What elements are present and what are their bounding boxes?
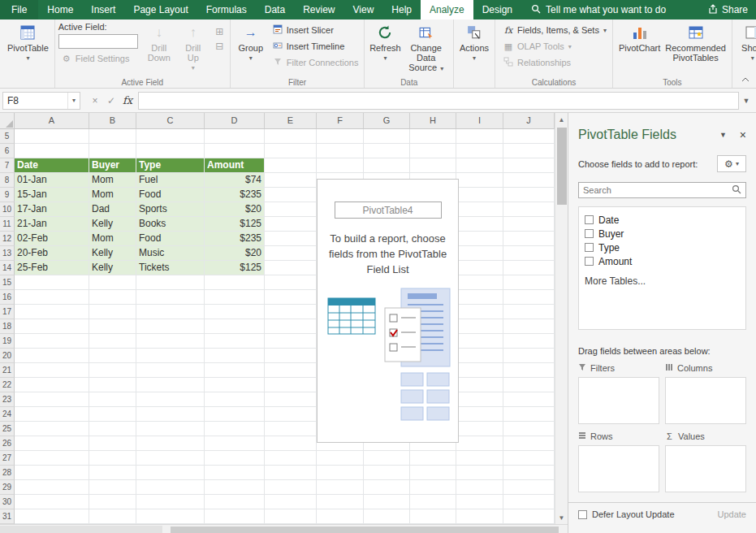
cell-B31[interactable] [89, 509, 136, 524]
cell-C30[interactable] [136, 495, 205, 509]
scroll-up-icon[interactable]: ▲ [555, 113, 568, 126]
cell-C15[interactable] [136, 275, 205, 290]
cell-B28[interactable] [89, 466, 136, 480]
row-header-19[interactable]: 19 [0, 334, 15, 349]
show-button[interactable]: Show ▾ [736, 22, 756, 63]
values-area[interactable] [665, 445, 746, 492]
cell-A23[interactable] [15, 392, 89, 407]
cell-D31[interactable] [205, 509, 265, 524]
cell-D27[interactable] [205, 451, 265, 466]
field-item-date[interactable]: Date [585, 213, 740, 227]
tab-design[interactable]: Design [473, 0, 521, 20]
cell-A7[interactable]: Date [15, 158, 89, 173]
cell-A29[interactable] [15, 480, 89, 495]
cell-B25[interactable] [89, 422, 136, 436]
cell-A20[interactable] [15, 349, 89, 363]
field-checkbox[interactable] [585, 257, 594, 266]
cell-E20[interactable] [265, 349, 317, 363]
pivottable-placeholder[interactable]: PivotTable4 To build a report, choose fi… [317, 179, 459, 443]
row-header-31[interactable]: 31 [0, 509, 15, 524]
cell-E12[interactable] [265, 232, 317, 246]
drill-up-button[interactable]: ↑ Drill Up ▾ [176, 22, 210, 73]
cell-G29[interactable] [364, 480, 410, 495]
sheet-tabs-area[interactable] [0, 526, 162, 533]
cell-H29[interactable] [410, 480, 456, 495]
cell-I29[interactable] [456, 480, 503, 495]
row-header-10[interactable]: 10 [0, 202, 15, 217]
cell-H28[interactable] [410, 466, 456, 480]
cell-E23[interactable] [265, 392, 317, 407]
cell-I5[interactable] [456, 129, 503, 144]
tab-home[interactable]: Home [38, 0, 82, 20]
cell-E8[interactable] [265, 173, 317, 188]
cell-B14[interactable]: Kelly [89, 261, 136, 275]
row-header-16[interactable]: 16 [0, 290, 15, 305]
cell-B30[interactable] [89, 495, 136, 509]
collapse-field-button[interactable]: ⊟ [213, 40, 227, 52]
cell-A17[interactable] [15, 305, 89, 319]
cell-C5[interactable] [136, 129, 205, 144]
vertical-scrollbar[interactable]: ▲ ▼ [555, 113, 568, 524]
cell-E31[interactable] [265, 509, 317, 524]
cell-I21[interactable] [456, 363, 503, 378]
column-header-G[interactable]: G [364, 113, 410, 129]
share-button[interactable]: Share [708, 0, 748, 20]
cell-H30[interactable] [410, 495, 456, 509]
fields-items-sets-button[interactable]: fx Fields, Items, & Sets ▾ [500, 23, 609, 37]
cell-J5[interactable] [503, 129, 555, 144]
row-header-14[interactable]: 14 [0, 261, 15, 275]
cell-A26[interactable] [15, 436, 89, 451]
olap-tools-button[interactable]: ▦ OLAP Tools ▾ [500, 39, 609, 54]
search-box[interactable] [578, 182, 746, 198]
cell-E25[interactable] [265, 422, 317, 436]
cell-C27[interactable] [136, 451, 205, 466]
cell-C25[interactable] [136, 422, 205, 436]
row-header-5[interactable]: 5 [0, 129, 15, 144]
cell-I16[interactable] [456, 290, 503, 305]
cell-I31[interactable] [456, 509, 503, 524]
row-header-17[interactable]: 17 [0, 305, 15, 319]
cell-I28[interactable] [456, 466, 503, 480]
row-header-18[interactable]: 18 [0, 319, 15, 334]
cell-B27[interactable] [89, 451, 136, 466]
cell-D23[interactable] [205, 392, 265, 407]
cell-E18[interactable] [265, 319, 317, 334]
column-header-B[interactable]: B [89, 113, 136, 129]
defer-layout-checkbox[interactable] [578, 510, 587, 519]
formula-input[interactable] [138, 92, 739, 110]
cell-J22[interactable] [503, 378, 555, 392]
cell-B22[interactable] [89, 378, 136, 392]
cell-B13[interactable]: Kelly [89, 246, 136, 261]
cell-D12[interactable]: $235 [205, 232, 265, 246]
cell-C21[interactable] [136, 363, 205, 378]
field-item-type[interactable]: Type [585, 240, 740, 254]
cell-D5[interactable] [205, 129, 265, 144]
cell-B20[interactable] [89, 349, 136, 363]
cell-D22[interactable] [205, 378, 265, 392]
column-header-A[interactable]: A [15, 113, 89, 129]
column-header-D[interactable]: D [205, 113, 265, 129]
cell-E28[interactable] [265, 466, 317, 480]
column-header-F[interactable]: F [317, 113, 364, 129]
search-input[interactable] [583, 185, 732, 195]
cell-A31[interactable] [15, 509, 89, 524]
tab-insert[interactable]: Insert [82, 0, 124, 20]
cell-F6[interactable] [317, 144, 364, 158]
cell-H27[interactable] [410, 451, 456, 466]
name-box[interactable]: F8 ▾ [2, 92, 80, 110]
cell-C13[interactable]: Music [136, 246, 205, 261]
row-header-24[interactable]: 24 [0, 407, 15, 422]
rows-area[interactable] [578, 445, 659, 492]
row-header-21[interactable]: 21 [0, 363, 15, 378]
cell-C19[interactable] [136, 334, 205, 349]
tab-page-layout[interactable]: Page Layout [124, 0, 197, 20]
cell-E9[interactable] [265, 188, 317, 202]
filters-area[interactable] [578, 377, 659, 424]
cell-A14[interactable]: 25-Feb [15, 261, 89, 275]
cell-H6[interactable] [410, 144, 456, 158]
row-header-7[interactable]: 7 [0, 158, 15, 173]
cell-I17[interactable] [456, 305, 503, 319]
cell-J31[interactable] [503, 509, 555, 524]
row-header-12[interactable]: 12 [0, 232, 15, 246]
cell-J18[interactable] [503, 319, 555, 334]
